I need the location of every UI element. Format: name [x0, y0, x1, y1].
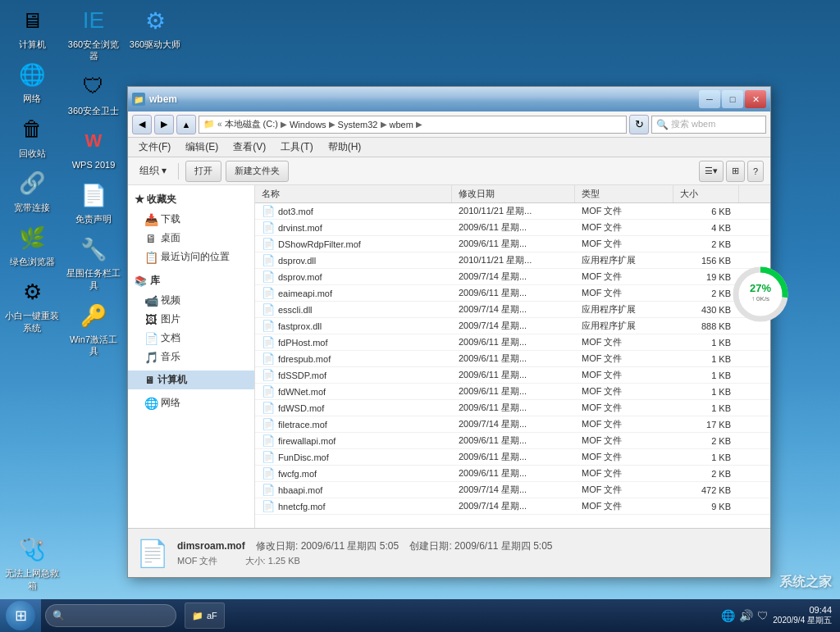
desktop-icon-win7-tools[interactable]: 🔑 Win7激活工具: [66, 299, 121, 357]
help-button[interactable]: ?: [747, 161, 764, 182]
title-bar-left: 📁 wbem: [132, 93, 699, 106]
table-row[interactable]: 📄 dsprov.dll 2010/11/21 星期... 应用程序扩展 156…: [255, 252, 770, 269]
table-row[interactable]: 📄 drvinst.mof 2009/6/11 星期... MOF 文件 4 K…: [255, 220, 770, 236]
back-button[interactable]: ◀: [132, 115, 152, 134]
desktop-icon-360-guard[interactable]: 🛡 360安全卫士: [66, 70, 121, 116]
desktop-icon-internet-repair[interactable]: 🩺 无法上网急救箱: [4, 533, 60, 591]
nav-item-network[interactable]: 🌐 网络: [128, 393, 254, 412]
nav-item-computer[interactable]: 🖥 计算机: [128, 371, 254, 389]
up-button[interactable]: ▲: [176, 115, 196, 134]
table-row[interactable]: 📄 fwcfg.mof 2009/6/11 星期... MOF 文件 2 KB: [255, 466, 770, 482]
file-type: 应用程序扩展: [575, 302, 673, 317]
table-row[interactable]: 📄 fdPHost.mof 2009/6/11 星期... MOF 文件 1 K…: [255, 334, 770, 351]
desktop-icon-computer[interactable]: 🖥 计算机: [4, 4, 60, 50]
window-controls: ─ □ ✕: [699, 90, 766, 108]
menu-edit[interactable]: 编辑(E): [179, 139, 225, 156]
status-details: MOF 文件 大小: 1.25 KB: [177, 555, 762, 567]
refresh-button[interactable]: ↻: [629, 115, 649, 134]
desktop-icons-col3: ⚙ 360驱动大师: [127, 4, 183, 50]
music-icon: 🎵: [144, 351, 158, 364]
wps-label: WPS 2019: [72, 159, 116, 171]
file-list-area[interactable]: 名称 修改日期 类型 大小 📄 dot3.mof 2010/11/21 星期..…: [255, 185, 770, 528]
desktop-icon-taskbar-tools[interactable]: 🔧 星围任务栏工具: [66, 233, 121, 291]
table-row[interactable]: 📄 fdWNet.mof 2009/6/11 星期... MOF 文件 1 KB: [255, 384, 770, 400]
table-row[interactable]: 📄 FunDisc.mof 2009/6/11 星期... MOF 文件 1 K…: [255, 449, 770, 466]
table-row[interactable]: 📄 esscli.dll 2009/7/14 星期... 应用程序扩展 430 …: [255, 302, 770, 318]
menu-tools[interactable]: 工具(T): [274, 139, 319, 156]
file-name: esscli.dll: [278, 305, 313, 315]
nav-item-video[interactable]: 📹 视频: [128, 291, 254, 310]
table-row[interactable]: 📄 hbaapi.mof 2009/7/14 星期... MOF 文件 472 …: [255, 482, 770, 498]
table-row[interactable]: 📄 hnetcfg.mof 2009/7/14 星期... MOF 文件 9 K…: [255, 498, 770, 515]
close-button[interactable]: ✕: [745, 90, 766, 108]
start-button[interactable]: ⊞: [0, 599, 41, 632]
table-row[interactable]: 📄 filetrace.mof 2009/7/14 星期... MOF 文件 1…: [255, 416, 770, 433]
favorites-title[interactable]: ★ 收藏夹: [128, 189, 254, 210]
forward-button[interactable]: ▶: [154, 115, 174, 134]
desktop-icon-xiao-yi[interactable]: ⚙ 小白一键重装系统: [4, 275, 60, 334]
nav-item-recent-label: 最近访问的位置: [161, 250, 230, 264]
col-header-size[interactable]: 大小: [673, 185, 739, 202]
table-row[interactable]: 📄 dsprov.mof 2009/7/14 星期... MOF 文件 19 K…: [255, 269, 770, 285]
360-browser-label: 360安全浏览器: [66, 39, 121, 62]
desktop-icon-network[interactable]: 🌐 网络: [4, 58, 60, 104]
nav-item-pictures[interactable]: 🖼 图片: [128, 310, 254, 329]
desktop-icon-free-speech[interactable]: 📄 免责声明: [66, 179, 121, 225]
taskbar-search[interactable]: 🔍: [45, 604, 176, 627]
file-date: 2009/7/14 星期...: [452, 498, 575, 514]
col-header-type[interactable]: 类型: [575, 185, 673, 202]
address-path[interactable]: 📁 « 本地磁盘 (C:) ▶ Windows ▶ System32 ▶ wbe…: [199, 116, 627, 134]
nav-item-music[interactable]: 🎵 音乐: [128, 348, 254, 366]
desktop-icon-green-browser[interactable]: 🌿 绿色浏览器: [4, 221, 60, 267]
table-row[interactable]: 📄 dot3.mof 2010/11/21 星期... MOF 文件 6 KB: [255, 203, 770, 220]
library-title[interactable]: 📚 库: [128, 271, 254, 291]
desktop-icon-broadband[interactable]: 🔗 宽带连接: [4, 167, 60, 213]
new-folder-button[interactable]: 新建文件夹: [226, 161, 289, 182]
file-size: 1 KB: [673, 451, 739, 464]
open-button[interactable]: 打开: [185, 161, 221, 182]
taskbar-clock: 09:44 2020/9/4 星期五: [773, 605, 832, 626]
nav-item-recent[interactable]: 📋 最近访问的位置: [128, 248, 254, 266]
search-box[interactable]: 🔍 搜索 wbem: [651, 116, 766, 134]
internet-repair-icon: 🩺: [16, 533, 48, 566]
table-row[interactable]: 📄 fdWSD.mof 2009/6/11 星期... MOF 文件 1 KB: [255, 400, 770, 416]
table-row[interactable]: 📄 eaimeapi.mof 2009/6/11 星期... MOF 文件 2 …: [255, 285, 770, 302]
nav-section-library: 📚 库 📹 视频 🖼 图片 📄 文档: [128, 271, 254, 366]
file-name: firewallapi.mof: [278, 436, 336, 446]
free-speech-label: 免责声明: [75, 213, 112, 225]
maximize-button[interactable]: □: [722, 90, 743, 108]
file-date: 2009/6/11 星期...: [452, 220, 575, 235]
nav-item-desktop[interactable]: 🖥 桌面: [128, 229, 254, 248]
table-row[interactable]: 📄 fdrespub.mof 2009/6/11 星期... MOF 文件 1 …: [255, 351, 770, 367]
desktop-icon-360-driver[interactable]: ⚙ 360驱动大师: [127, 4, 183, 50]
open-label: 打开: [194, 165, 212, 177]
view-controls: ☰▾ ⊞ ?: [699, 161, 764, 182]
win7-tools-label: Win7激活工具: [66, 334, 121, 357]
desktop-icon-wps[interactable]: W WPS 2019: [66, 125, 121, 171]
file-type: MOF 文件: [575, 482, 673, 498]
file-date: 2009/7/14 星期...: [452, 416, 575, 432]
desktop-icon-360-browser[interactable]: IE 360安全浏览器: [66, 4, 121, 62]
green-browser-label: 绿色浏览器: [10, 256, 55, 267]
organize-button[interactable]: 组织 ▾: [135, 161, 171, 180]
col-header-name[interactable]: 名称: [255, 185, 452, 202]
menu-view[interactable]: 查看(V): [226, 139, 272, 156]
minimize-button[interactable]: ─: [699, 90, 720, 108]
status-type: MOF 文件: [177, 556, 218, 566]
table-row[interactable]: 📄 DShowRdpFilter.mof 2009/6/11 星期... MOF…: [255, 236, 770, 252]
nav-item-download-label: 下载: [161, 212, 180, 226]
nav-item-documents[interactable]: 📄 文档: [128, 329, 254, 348]
table-row[interactable]: 📄 fastprox.dll 2009/7/14 星期... 应用程序扩展 88…: [255, 318, 770, 334]
file-list-header: 名称 修改日期 类型 大小: [255, 185, 770, 203]
taskbar-item-explorer[interactable]: 📁 aF: [185, 602, 225, 629]
desktop-icon-recycle[interactable]: 🗑 回收站: [4, 113, 60, 159]
view-toggle-button[interactable]: ☰▾: [699, 161, 724, 182]
file-type: MOF 文件: [575, 203, 673, 219]
table-row[interactable]: 📄 fdSSDP.mof 2009/6/11 星期... MOF 文件 1 KB: [255, 367, 770, 384]
menu-file[interactable]: 文件(F): [132, 139, 177, 156]
table-row[interactable]: 📄 firewallapi.mof 2009/6/11 星期... MOF 文件…: [255, 433, 770, 449]
nav-item-download[interactable]: 📥 下载: [128, 210, 254, 229]
col-header-date[interactable]: 修改日期: [452, 185, 575, 202]
preview-button[interactable]: ⊞: [726, 161, 745, 182]
menu-help[interactable]: 帮助(H): [322, 139, 368, 156]
